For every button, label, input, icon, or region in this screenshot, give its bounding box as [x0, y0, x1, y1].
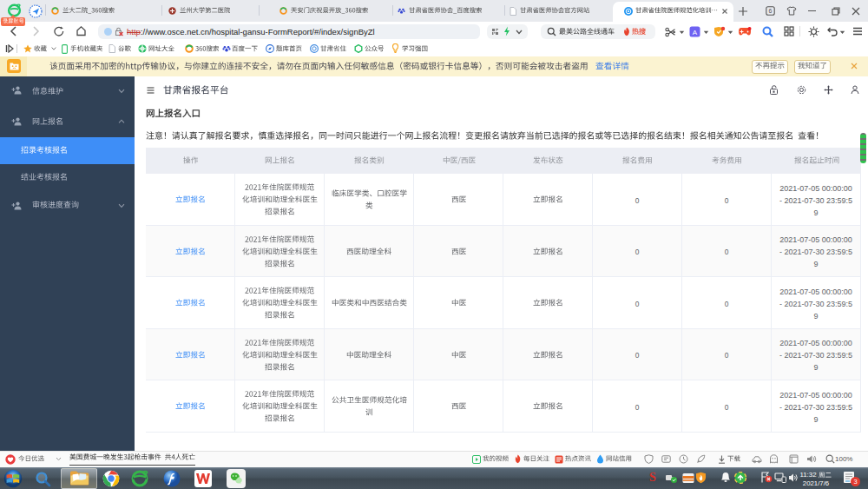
svg-text:6: 6 [769, 8, 773, 14]
svg-text:A: A [693, 29, 698, 36]
